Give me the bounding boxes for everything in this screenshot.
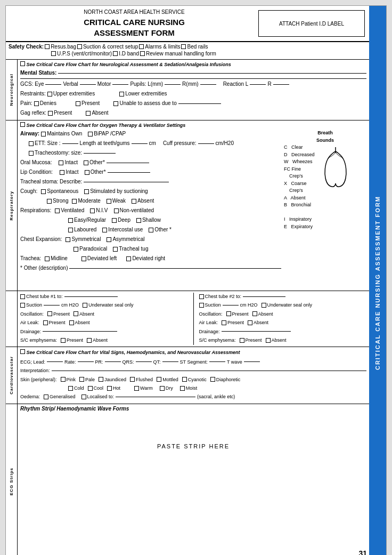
pr-field[interactable] bbox=[105, 361, 121, 362]
tube2-osc-present-checkbox[interactable] bbox=[226, 311, 231, 316]
upper-extremities-checkbox[interactable] bbox=[47, 92, 52, 96]
gag-absent-checkbox[interactable] bbox=[86, 111, 91, 116]
tube1-drainage-field[interactable] bbox=[43, 331, 117, 332]
interpretation-field[interactable] bbox=[52, 371, 366, 371]
cough-strong-checkbox[interactable] bbox=[47, 199, 52, 204]
oedema-localised-field[interactable] bbox=[116, 397, 195, 397]
gcs-eye-field[interactable] bbox=[45, 84, 61, 85]
cough-stimulated-checkbox[interactable] bbox=[84, 189, 89, 194]
cough-absent-checkbox[interactable] bbox=[132, 199, 136, 204]
resp-other-checkbox[interactable] bbox=[149, 228, 153, 232]
oedema-localised-checkbox[interactable] bbox=[81, 395, 86, 399]
resp-easy-checkbox[interactable] bbox=[68, 218, 73, 223]
oral-other-field[interactable] bbox=[107, 163, 149, 163]
tube1-osc-absent-checkbox[interactable] bbox=[74, 311, 78, 316]
tube1-leak-present-checkbox[interactable] bbox=[43, 320, 48, 325]
tube2-underwater-seal-checkbox[interactable] bbox=[262, 303, 266, 308]
trachea-deviated-left-checkbox[interactable] bbox=[81, 256, 86, 261]
tube1-sc-absent-checkbox[interactable] bbox=[87, 338, 92, 343]
tube1-field[interactable] bbox=[64, 296, 118, 297]
skin-cyanotic-checkbox[interactable] bbox=[182, 377, 187, 382]
oral-other-checkbox[interactable] bbox=[84, 160, 88, 165]
cough-moderate-checkbox[interactable] bbox=[72, 199, 77, 204]
tube2-suction-field[interactable] bbox=[223, 305, 239, 305]
tube1-underwater-seal-checkbox[interactable] bbox=[83, 303, 87, 308]
gcs-verbal-field[interactable] bbox=[80, 84, 96, 85]
lip-other-field[interactable] bbox=[108, 172, 150, 173]
cough-weak-checkbox[interactable] bbox=[107, 199, 111, 204]
oedema-generalised-checkbox[interactable] bbox=[44, 395, 48, 399]
qrs-field[interactable] bbox=[136, 361, 152, 362]
tube2-sc-absent-checkbox[interactable] bbox=[266, 338, 271, 343]
lower-extremities-checkbox[interactable] bbox=[119, 92, 124, 96]
qt-field[interactable] bbox=[162, 361, 178, 362]
resp-deep-checkbox[interactable] bbox=[112, 218, 117, 223]
resp-niv-checkbox[interactable] bbox=[90, 208, 95, 213]
tube1-checkbox[interactable] bbox=[20, 294, 25, 299]
reaction-l-field[interactable] bbox=[250, 84, 266, 85]
cardio-note-checkbox[interactable] bbox=[20, 349, 25, 354]
skin-warm-checkbox[interactable] bbox=[134, 386, 139, 391]
chest-symmetrical-checkbox[interactable] bbox=[66, 237, 70, 242]
cuff-pressure-field[interactable] bbox=[198, 143, 214, 144]
reaction-r-field[interactable] bbox=[273, 84, 289, 85]
tube2-suction-checkbox[interactable] bbox=[199, 303, 204, 308]
tube2-field[interactable] bbox=[243, 296, 285, 297]
pupils-l-field[interactable] bbox=[165, 84, 181, 85]
resp-shallow-checkbox[interactable] bbox=[136, 218, 141, 223]
skin-pink-checkbox[interactable] bbox=[61, 377, 66, 382]
manual-handling-checkbox[interactable] bbox=[140, 51, 145, 56]
skin-moist-checkbox[interactable] bbox=[180, 386, 185, 391]
ett-length-field[interactable] bbox=[132, 143, 148, 144]
chest-asymmetrical-checkbox[interactable] bbox=[107, 237, 111, 242]
tube2-checkbox[interactable] bbox=[199, 294, 204, 299]
mental-status-field[interactable] bbox=[58, 73, 366, 74]
tube1-suction-field[interactable] bbox=[44, 305, 60, 305]
lip-other-checkbox[interactable] bbox=[85, 170, 89, 175]
t-wave-field[interactable] bbox=[244, 361, 260, 362]
trachea-deviated-right-checkbox[interactable] bbox=[126, 256, 131, 261]
pain-unable-field[interactable] bbox=[178, 103, 221, 104]
trachea-midline-checkbox[interactable] bbox=[45, 256, 50, 261]
bed-rails-checkbox[interactable] bbox=[181, 44, 186, 49]
skin-cool-checkbox[interactable] bbox=[88, 386, 93, 391]
ecg-lead-field[interactable] bbox=[47, 361, 63, 362]
tube2-sc-present-checkbox[interactable] bbox=[240, 338, 244, 343]
resp-ventilated-checkbox[interactable] bbox=[55, 208, 60, 213]
tube2-osc-absent-checkbox[interactable] bbox=[252, 311, 257, 316]
maintains-own-checkbox[interactable] bbox=[41, 132, 46, 136]
tube2-leak-absent-checkbox[interactable] bbox=[248, 320, 252, 325]
skin-mottled-checkbox[interactable] bbox=[157, 377, 161, 382]
id-band-checkbox[interactable] bbox=[113, 51, 118, 56]
resp-intercostal-checkbox[interactable] bbox=[102, 228, 107, 232]
resp-laboured-checkbox[interactable] bbox=[68, 228, 73, 232]
tube2-leak-present-checkbox[interactable] bbox=[222, 320, 226, 325]
trach-size-field[interactable] bbox=[84, 153, 116, 154]
tube1-leak-absent-checkbox[interactable] bbox=[69, 320, 74, 325]
skin-diaphoretic-checkbox[interactable] bbox=[210, 377, 215, 382]
tube1-osc-present-checkbox[interactable] bbox=[47, 311, 52, 316]
skin-pale-checkbox[interactable] bbox=[79, 377, 84, 382]
resp-non-ventilated-checkbox[interactable] bbox=[114, 208, 119, 213]
ett-checkbox[interactable] bbox=[29, 141, 34, 146]
skin-dry-checkbox[interactable] bbox=[160, 386, 165, 391]
alarms-checkbox[interactable] bbox=[139, 44, 144, 49]
st-field[interactable] bbox=[209, 361, 225, 362]
trach-checkbox[interactable] bbox=[29, 151, 34, 156]
gag-present-checkbox[interactable] bbox=[48, 111, 53, 116]
skin-jaundiced-checkbox[interactable] bbox=[99, 377, 103, 382]
tube1-sc-present-checkbox[interactable] bbox=[61, 338, 66, 343]
tube2-drainage-field[interactable] bbox=[222, 331, 291, 332]
skin-hot-checkbox[interactable] bbox=[107, 386, 112, 391]
suction-checkbox[interactable] bbox=[77, 44, 82, 49]
other-desc-field[interactable] bbox=[69, 268, 281, 269]
ups-checkbox[interactable] bbox=[51, 51, 56, 56]
resp-note-checkbox[interactable] bbox=[20, 122, 25, 127]
oral-intact-checkbox[interactable] bbox=[59, 160, 63, 165]
skin-cold-checkbox[interactable] bbox=[68, 386, 73, 391]
chest-tracheal-tug-checkbox[interactable] bbox=[113, 247, 118, 252]
bipap-checkbox[interactable] bbox=[88, 132, 93, 136]
pupils-r-field[interactable] bbox=[200, 84, 216, 85]
tracheal-stoma-field[interactable] bbox=[84, 182, 169, 182]
pain-present-checkbox[interactable] bbox=[76, 101, 80, 106]
